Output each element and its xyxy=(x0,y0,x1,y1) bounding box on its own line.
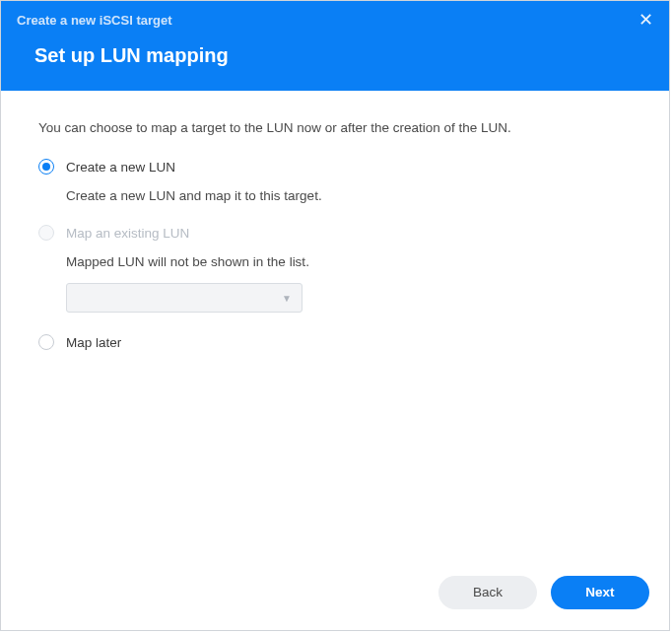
dialog-footer: Back Next xyxy=(1,567,669,630)
chevron-down-icon: ▼ xyxy=(282,293,292,304)
option-desc: Mapped LUN will not be shown in the list… xyxy=(66,254,632,269)
wizard-dialog: Create a new iSCSI target ✕ Set up LUN m… xyxy=(0,0,670,631)
step-title: Set up LUN mapping xyxy=(34,44,636,67)
option-label: Create a new LUN xyxy=(66,160,175,175)
option-map-existing-lun: Map an existing LUN Mapped LUN will not … xyxy=(38,225,632,313)
radio-icon xyxy=(38,159,54,175)
wizard-title: Create a new iSCSI target xyxy=(17,13,172,28)
option-label: Map later xyxy=(66,335,121,350)
radio-map-later[interactable]: Map later xyxy=(38,334,632,350)
radio-icon xyxy=(38,225,54,241)
dialog-header-bar: Create a new iSCSI target ✕ xyxy=(1,1,669,33)
option-desc: Create a new LUN and map it to this targ… xyxy=(66,188,632,203)
option-create-new-lun: Create a new LUN Create a new LUN and ma… xyxy=(38,159,632,203)
option-label: Map an existing LUN xyxy=(66,226,189,241)
radio-icon xyxy=(38,334,54,350)
dialog-header: Create a new iSCSI target ✕ Set up LUN m… xyxy=(1,1,669,91)
intro-text: You can choose to map a target to the LU… xyxy=(38,120,632,135)
existing-lun-dropdown: ▼ xyxy=(66,283,302,313)
next-button[interactable]: Next xyxy=(551,576,649,609)
back-button[interactable]: Back xyxy=(438,576,537,609)
dialog-header-main: Set up LUN mapping xyxy=(1,33,669,91)
option-map-later: Map later xyxy=(38,334,632,350)
radio-map-existing-lun: Map an existing LUN xyxy=(38,225,632,241)
close-icon[interactable]: ✕ xyxy=(638,11,653,29)
radio-create-new-lun[interactable]: Create a new LUN xyxy=(38,159,632,175)
dialog-body: You can choose to map a target to the LU… xyxy=(1,91,669,567)
